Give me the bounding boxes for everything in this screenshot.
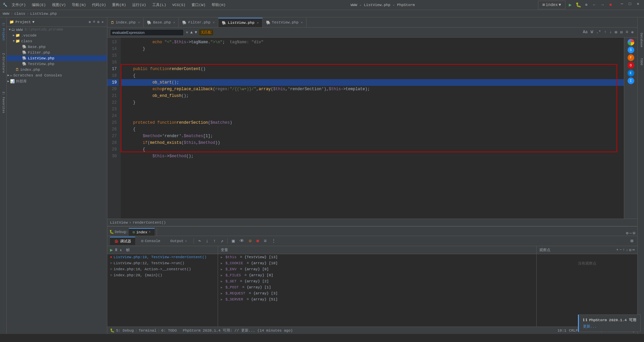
search-down-icon[interactable]: ↓ <box>608 30 613 35</box>
tree-item-www[interactable]: 🗂 WWW D:\phpstudy_pro\WWW <box>7 27 107 33</box>
step-btn[interactable]: ↡ <box>119 247 122 252</box>
more-btn[interactable]: ⋮ <box>270 237 277 244</box>
search-more-options[interactable]: ≡ <box>625 30 629 35</box>
eval-expression-button[interactable]: ▣ <box>230 237 236 244</box>
close-button[interactable]: ✕ <box>635 1 641 7</box>
search-next-button[interactable]: ▲ <box>190 30 193 35</box>
run-config-selector[interactable]: ⊞ index ▼ <box>538 1 566 9</box>
tab-filter-close[interactable]: ✕ <box>213 20 215 24</box>
tree-item-base-php[interactable]: 🐘 Base.php <box>7 44 107 50</box>
browser-chrome-icon[interactable] <box>628 39 634 46</box>
var-server[interactable]: ▶ $_SERVER = {array} [51] <box>218 296 536 302</box>
notification-update-link[interactable]: 更新... <box>583 325 597 329</box>
down-watch-icon[interactable]: ↓ <box>626 248 628 252</box>
tree-item-filter-php[interactable]: 🐘 Filter.php <box>7 50 107 55</box>
menu-help[interactable]: 帮助(H) <box>210 2 227 8</box>
step-into-button[interactable]: ↓ <box>204 238 210 244</box>
watch-button[interactable]: 👁 <box>238 238 246 244</box>
settings-btn2[interactable]: ≡ <box>262 238 268 244</box>
tree-item-extlibs[interactable]: 📊 外部库 <box>7 78 107 84</box>
breadcrumb-item-file[interactable]: ListView.php <box>30 12 57 16</box>
browser-edge-icon[interactable]: E <box>628 70 634 76</box>
tab-listview-php[interactable]: 🐘 ListView.php ✕ <box>218 18 262 27</box>
debugger-subtab[interactable]: 🐞 调试器 <box>110 237 135 245</box>
minimize-button[interactable]: — <box>619 1 625 7</box>
menu-edit[interactable]: 编辑(E) <box>30 2 48 8</box>
stack-item-2[interactable]: ○ index.php:16, Action->__construct() <box>107 266 218 272</box>
forward-button[interactable]: → <box>599 2 606 8</box>
tab-listview-close[interactable]: ✕ <box>257 21 259 25</box>
restore-btn[interactable]: ⊞ <box>629 237 635 244</box>
tab-index-php[interactable]: 🗒 index.php ✕ <box>107 18 144 27</box>
search-input[interactable] <box>110 29 184 36</box>
debug-button[interactable]: 🐛 <box>575 2 582 8</box>
tree-item-scratches[interactable]: ✏️ Scratches and Consoles <box>7 72 107 78</box>
position-indicator[interactable]: 19:1 <box>557 329 566 333</box>
collapse-all-icon[interactable]: ≡ <box>92 19 96 25</box>
var-cookie[interactable]: ▶ $_COOKIE = {array} [10] <box>218 260 536 266</box>
tab-base-close[interactable]: ✕ <box>173 20 175 24</box>
tab-testview-php[interactable]: 🐘 TestView.php ✕ <box>263 18 307 27</box>
var-this[interactable]: ▶ $this = {TestView} [13] <box>218 254 536 260</box>
locate-file-icon[interactable]: ⊕ <box>88 19 92 25</box>
close-panel-icon[interactable]: ✕ <box>101 19 104 25</box>
browser-ff-icon[interactable]: F <box>628 54 634 61</box>
regex-button[interactable]: .* <box>595 30 602 35</box>
debug-expand-icon[interactable]: ⊟ <box>633 231 635 236</box>
settings-icon[interactable]: ⚙ <box>97 19 100 25</box>
back-button[interactable]: ← <box>591 2 598 8</box>
favorites-tab-vertical[interactable]: 2: Favorites <box>1 90 6 115</box>
menu-vcs[interactable]: VCS(S) <box>171 2 187 8</box>
tree-item-class[interactable]: 📁 class <box>7 38 107 44</box>
output-close[interactable]: ✕ <box>185 239 187 243</box>
project-tab-vertical[interactable]: 1: Project <box>1 21 6 43</box>
menu-window[interactable]: 窗口(W) <box>190 2 207 8</box>
structure-tab-vertical[interactable]: Z-Structure <box>1 51 6 75</box>
search-filter-icon[interactable]: ⊟ <box>619 30 624 35</box>
console-subtab[interactable]: ⊡ Console <box>137 237 164 244</box>
browser-opera-icon[interactable]: O <box>628 62 634 69</box>
output-subtab[interactable]: Output ✕ <box>166 238 191 244</box>
stack-item-0[interactable]: ● ListView.php:19, TestView->renderConte… <box>107 254 218 260</box>
debug-status-label[interactable]: 5: Debug <box>116 329 134 333</box>
todo-tab[interactable]: 6: TODO <box>161 329 177 333</box>
var-get[interactable]: ▶ $_GET = {array} [2] <box>218 278 536 284</box>
tree-item-index-php[interactable]: 🗒 index.php <box>7 67 107 72</box>
menu-file[interactable]: 文件(F) <box>10 2 28 8</box>
debug-collapse-icon[interactable]: — <box>630 231 632 236</box>
copy-watch-icon[interactable]: ⊡ <box>629 248 632 252</box>
pause-btn[interactable]: ⏸ <box>114 247 118 252</box>
resume-button[interactable]: ⊙ <box>248 237 253 244</box>
coverage-button[interactable]: ⊕ <box>583 2 590 8</box>
tree-item-testview-php[interactable]: 🐘 TestView.php <box>7 61 107 67</box>
search-clear-button[interactable]: ✕ <box>186 30 188 35</box>
debug-session-tab[interactable]: ⊞ index × <box>129 228 155 236</box>
line-ending-indicator[interactable]: CRLF <box>569 329 578 333</box>
step-over-button[interactable]: ↷ <box>197 237 202 244</box>
up-watch-icon[interactable]: ↑ <box>623 248 625 252</box>
breadcrumb-item-www[interactable]: WWW <box>3 12 9 16</box>
tab-testview-close[interactable]: ✕ <box>301 20 303 24</box>
menu-refactor[interactable]: 重构(R) <box>110 2 128 8</box>
breadcrumb-class[interactable]: ListView <box>110 221 128 225</box>
var-env[interactable]: ▶ $_ENV = {array} [0] <box>218 266 536 272</box>
search-up-icon[interactable]: ↑ <box>603 30 607 35</box>
add-watch-icon[interactable]: + <box>616 248 619 252</box>
tab-filter-php[interactable]: 🐘 Filter.php ✕ <box>179 18 218 27</box>
search-options2[interactable]: ⊕ <box>630 30 635 35</box>
stack-item-1[interactable]: ○ ListView.php:12, TestView->run() <box>107 260 218 266</box>
tree-item-listview-php[interactable]: 🐘 ListView.php <box>7 55 107 61</box>
step-out-button[interactable]: ↑ <box>212 238 217 244</box>
search-replace-icon[interactable]: ⊞ <box>614 30 618 35</box>
menu-code[interactable]: 代码(O) <box>90 2 108 8</box>
var-files[interactable]: ▶ $_FILES = {array} [0] <box>218 272 536 278</box>
debug-session-close[interactable]: × <box>149 230 151 234</box>
code-area[interactable]: echo "<".$this->tagName.">\n"; tagName: … <box>121 38 624 219</box>
todo-tab-vertical[interactable]: TODO <box>638 56 644 67</box>
search-prev-button[interactable]: ▼ <box>195 30 197 35</box>
tab-base-php[interactable]: 🐘 Base.php ✕ <box>144 18 179 27</box>
resume-btn[interactable]: ▶ <box>110 247 113 253</box>
tab-index-close[interactable]: ✕ <box>138 20 140 24</box>
debug-settings-icon[interactable]: ⚙ <box>626 231 628 236</box>
var-post[interactable]: ▶ $_POST = {array} [1] <box>218 284 536 290</box>
